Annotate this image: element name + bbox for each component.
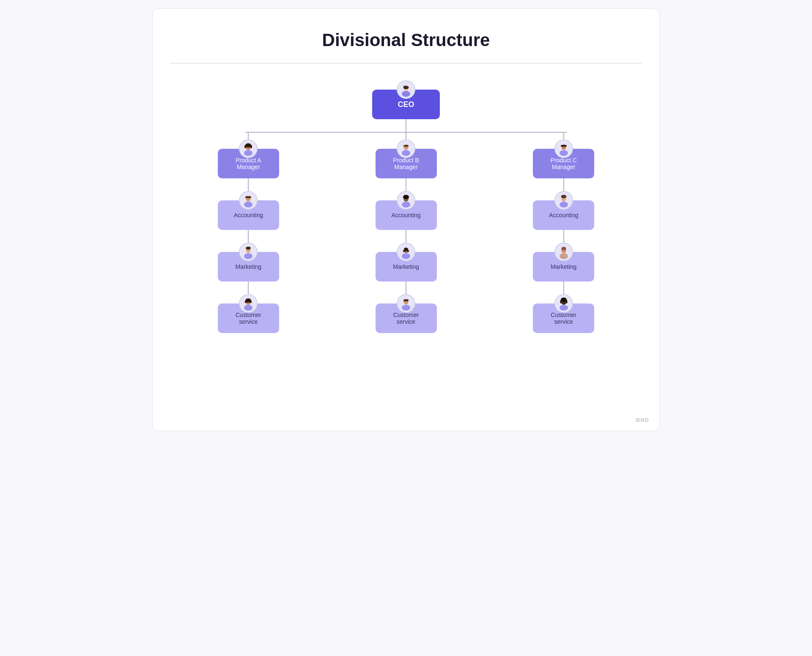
dept1-2-label: Marketing (236, 263, 261, 270)
dept2-2-node: Marketing (376, 243, 437, 282)
svg-point-41 (402, 305, 410, 311)
manager3-node: Product CManager (533, 139, 594, 178)
svg-point-58 (561, 298, 567, 302)
manager1-label: Product AManager (236, 157, 261, 170)
page-container: Divisional Structure CEO (152, 8, 660, 431)
svg-point-18 (246, 247, 251, 250)
manager2-node: Product BManager (376, 139, 437, 178)
dept1-2-node: Marketing (218, 243, 279, 282)
svg-point-45 (560, 150, 568, 156)
dept2-2-label: Marketing (393, 263, 419, 270)
m3-v3 (563, 282, 564, 294)
dept3-1-label: Accounting (549, 212, 578, 219)
three-branch: Product AManager (170, 132, 642, 333)
dept3-2-avatar (554, 243, 573, 261)
dept1-3-node: Customerservice (218, 294, 279, 333)
svg-point-31 (402, 202, 410, 208)
dept2-3-label: Customerservice (393, 312, 419, 325)
dept1-2-avatar (239, 243, 258, 261)
svg-rect-14 (245, 196, 251, 198)
svg-point-53 (560, 253, 568, 259)
branch-col-1: Product AManager (170, 132, 327, 333)
dept3-2-node: Marketing (533, 243, 594, 282)
m2-v3 (406, 282, 406, 294)
svg-point-21 (244, 305, 252, 311)
dept1-3-avatar (239, 294, 258, 313)
svg-point-59 (560, 300, 561, 303)
dept2-1-label: Accounting (391, 212, 420, 219)
svg-point-10 (250, 145, 252, 148)
dept2-3-node: Customerservice (376, 294, 437, 333)
svg-point-4 (403, 86, 406, 87)
svg-point-17 (244, 253, 252, 259)
manager1-node: Product AManager (218, 139, 279, 178)
m3-v2 (563, 230, 564, 243)
svg-point-23 (245, 301, 247, 303)
dept2-1-node: Accounting (376, 191, 437, 230)
dept1-1-node: Accounting (218, 191, 279, 230)
ceo-v-connector (406, 119, 406, 132)
branch3-top-v (563, 132, 564, 139)
branch-col-2: Product BManager (327, 132, 485, 333)
manager2-avatar (397, 139, 415, 158)
svg-rect-46 (561, 145, 567, 147)
dept3-3-avatar (554, 294, 573, 313)
dept1-3-label: Customerservice (236, 312, 261, 325)
manager3-avatar (554, 139, 573, 158)
dept3-1-node: Accounting (533, 191, 594, 230)
dept1-1-label: Accounting (234, 212, 263, 219)
branch1-top-v (248, 132, 249, 139)
ceo-node: CEO (372, 80, 440, 119)
svg-point-54 (561, 247, 566, 250)
manager3-label: Product CManager (551, 157, 577, 170)
m1-v1 (248, 178, 249, 191)
svg-point-9 (244, 145, 246, 148)
svg-rect-42 (403, 299, 409, 301)
page-title: Divisional Structure (170, 30, 642, 50)
dept2-1-avatar (397, 191, 415, 210)
dept3-3-node: Customerservice (533, 294, 594, 333)
divider (170, 63, 642, 63)
org-chart: CEO (170, 80, 642, 333)
svg-point-2 (402, 91, 410, 97)
ceo-avatar (397, 80, 415, 99)
m2-v2 (406, 230, 406, 243)
branch-col-3: Product CManager (485, 132, 642, 333)
ceo-label: CEO (398, 100, 414, 109)
svg-point-13 (244, 202, 252, 208)
svg-point-27 (402, 150, 410, 156)
svg-point-60 (566, 300, 567, 303)
branches-row: Product AManager (170, 132, 642, 333)
svg-point-37 (403, 250, 405, 252)
dept1-1-avatar (239, 191, 258, 210)
dept2-3-avatar (397, 294, 415, 313)
svg-point-35 (402, 253, 410, 259)
branch2-top-v (406, 132, 406, 139)
svg-point-24 (250, 301, 252, 303)
svg-point-38 (407, 250, 409, 252)
dept3-1-avatar (554, 191, 573, 210)
m1-v3 (248, 282, 249, 294)
dept3-3-label: Customerservice (551, 312, 576, 325)
svg-point-50 (561, 195, 566, 198)
m2-v1 (406, 178, 406, 191)
svg-point-32 (403, 195, 409, 199)
m3-v1 (563, 178, 564, 191)
m1-v2 (248, 230, 249, 243)
svg-point-49 (560, 202, 568, 208)
dept3-2-label: Marketing (551, 263, 576, 270)
dept2-2-avatar (397, 243, 415, 261)
manager1-avatar (239, 139, 258, 158)
watermark: BND (636, 417, 649, 423)
svg-point-7 (244, 150, 252, 156)
svg-point-8 (245, 143, 251, 148)
manager2-label: Product BManager (393, 157, 419, 170)
svg-point-57 (560, 305, 568, 311)
svg-rect-28 (403, 145, 409, 147)
